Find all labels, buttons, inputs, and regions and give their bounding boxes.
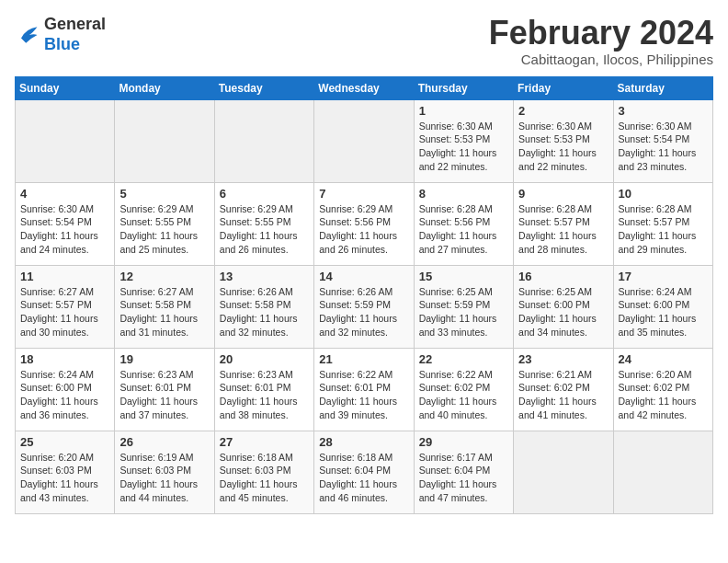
day-info: Sunrise: 6:22 AM Sunset: 6:02 PM Dayligh… xyxy=(419,368,508,422)
calendar-cell: 28Sunrise: 6:18 AM Sunset: 6:04 PM Dayli… xyxy=(314,431,414,513)
calendar-cell: 21Sunrise: 6:22 AM Sunset: 6:01 PM Dayli… xyxy=(314,348,414,431)
calendar-cell: 9Sunrise: 6:28 AM Sunset: 5:57 PM Daylig… xyxy=(514,182,613,265)
subtitle: Cabittaogan, Ilocos, Philippines xyxy=(489,52,713,67)
day-number: 11 xyxy=(20,270,109,283)
weekday-header: Monday xyxy=(115,76,214,99)
day-info: Sunrise: 6:28 AM Sunset: 5:57 PM Dayligh… xyxy=(619,202,708,257)
day-number: 8 xyxy=(419,187,508,201)
calendar-cell: 12Sunrise: 6:27 AM Sunset: 5:58 PM Dayli… xyxy=(115,265,214,348)
day-info: Sunrise: 6:28 AM Sunset: 5:56 PM Dayligh… xyxy=(419,202,508,257)
day-number: 29 xyxy=(419,435,508,449)
day-number: 24 xyxy=(619,352,708,366)
calendar-cell: 27Sunrise: 6:18 AM Sunset: 6:03 PM Dayli… xyxy=(214,431,313,513)
day-number: 13 xyxy=(220,270,309,283)
calendar-cell: 5Sunrise: 6:29 AM Sunset: 5:55 PM Daylig… xyxy=(115,182,214,265)
day-number: 16 xyxy=(518,270,608,283)
day-number: 4 xyxy=(20,187,109,201)
logo: General Blue xyxy=(15,15,106,54)
calendar-cell: 4Sunrise: 6:30 AM Sunset: 5:54 PM Daylig… xyxy=(16,182,115,265)
day-number: 2 xyxy=(518,104,608,118)
calendar-cell: 20Sunrise: 6:23 AM Sunset: 6:01 PM Dayli… xyxy=(214,348,313,431)
day-info: Sunrise: 6:29 AM Sunset: 5:55 PM Dayligh… xyxy=(220,202,309,257)
day-number: 9 xyxy=(518,187,608,201)
calendar-table: SundayMondayTuesdayWednesdayThursdayFrid… xyxy=(15,76,713,514)
weekday-header: Wednesday xyxy=(314,76,414,99)
logo-line1: General xyxy=(44,15,106,35)
day-info: Sunrise: 6:30 AM Sunset: 5:54 PM Dayligh… xyxy=(20,202,109,257)
day-number: 19 xyxy=(119,352,209,366)
day-info: Sunrise: 6:24 AM Sunset: 6:00 PM Dayligh… xyxy=(20,368,109,422)
calendar-cell: 23Sunrise: 6:21 AM Sunset: 6:02 PM Dayli… xyxy=(514,348,613,431)
calendar-week-row: 18Sunrise: 6:24 AM Sunset: 6:00 PM Dayli… xyxy=(16,348,713,431)
day-info: Sunrise: 6:30 AM Sunset: 5:54 PM Dayligh… xyxy=(619,120,708,174)
day-info: Sunrise: 6:27 AM Sunset: 5:57 PM Dayligh… xyxy=(20,285,109,339)
calendar-week-row: 4Sunrise: 6:30 AM Sunset: 5:54 PM Daylig… xyxy=(16,182,713,265)
calendar-cell: 17Sunrise: 6:24 AM Sunset: 6:00 PM Dayli… xyxy=(613,265,712,348)
logo-line2: Blue xyxy=(44,35,106,55)
page-header: General Blue February 2024 Cabittaogan, … xyxy=(15,15,713,67)
calendar-cell: 22Sunrise: 6:22 AM Sunset: 6:02 PM Dayli… xyxy=(414,348,513,431)
calendar-week-row: 11Sunrise: 6:27 AM Sunset: 5:57 PM Dayli… xyxy=(16,265,713,348)
weekday-header-row: SundayMondayTuesdayWednesdayThursdayFrid… xyxy=(16,76,713,99)
calendar-cell: 1Sunrise: 6:30 AM Sunset: 5:53 PM Daylig… xyxy=(414,99,513,182)
calendar-cell: 24Sunrise: 6:20 AM Sunset: 6:02 PM Dayli… xyxy=(613,348,712,431)
day-info: Sunrise: 6:25 AM Sunset: 5:59 PM Dayligh… xyxy=(419,285,508,339)
day-info: Sunrise: 6:20 AM Sunset: 6:03 PM Dayligh… xyxy=(20,451,109,505)
day-info: Sunrise: 6:29 AM Sunset: 5:55 PM Dayligh… xyxy=(119,202,209,257)
day-number: 25 xyxy=(20,435,109,449)
day-number: 26 xyxy=(119,435,209,449)
day-info: Sunrise: 6:30 AM Sunset: 5:53 PM Dayligh… xyxy=(518,120,608,174)
day-info: Sunrise: 6:23 AM Sunset: 6:01 PM Dayligh… xyxy=(119,368,209,422)
day-info: Sunrise: 6:26 AM Sunset: 5:58 PM Dayligh… xyxy=(220,285,309,339)
calendar-cell: 14Sunrise: 6:26 AM Sunset: 5:59 PM Dayli… xyxy=(314,265,414,348)
calendar-cell: 13Sunrise: 6:26 AM Sunset: 5:58 PM Dayli… xyxy=(214,265,313,348)
calendar-cell: 7Sunrise: 6:29 AM Sunset: 5:56 PM Daylig… xyxy=(314,182,414,265)
day-info: Sunrise: 6:29 AM Sunset: 5:56 PM Dayligh… xyxy=(319,202,408,257)
calendar-cell: 3Sunrise: 6:30 AM Sunset: 5:54 PM Daylig… xyxy=(613,99,712,182)
calendar-cell: 16Sunrise: 6:25 AM Sunset: 6:00 PM Dayli… xyxy=(514,265,613,348)
day-info: Sunrise: 6:22 AM Sunset: 6:01 PM Dayligh… xyxy=(319,368,408,422)
calendar-week-row: 25Sunrise: 6:20 AM Sunset: 6:03 PM Dayli… xyxy=(16,431,713,513)
day-number: 20 xyxy=(220,352,309,366)
day-number: 12 xyxy=(119,270,209,283)
day-number: 17 xyxy=(619,270,708,283)
day-info: Sunrise: 6:24 AM Sunset: 6:00 PM Dayligh… xyxy=(619,285,708,339)
calendar-cell: 18Sunrise: 6:24 AM Sunset: 6:00 PM Dayli… xyxy=(16,348,115,431)
calendar-cell: 26Sunrise: 6:19 AM Sunset: 6:03 PM Dayli… xyxy=(115,431,214,513)
day-number: 5 xyxy=(119,187,209,201)
day-info: Sunrise: 6:19 AM Sunset: 6:03 PM Dayligh… xyxy=(119,451,209,505)
day-number: 1 xyxy=(419,104,508,118)
day-info: Sunrise: 6:18 AM Sunset: 6:03 PM Dayligh… xyxy=(220,451,309,505)
weekday-header: Sunday xyxy=(16,76,115,99)
weekday-header: Tuesday xyxy=(214,76,313,99)
calendar-cell xyxy=(314,99,414,182)
title-block: February 2024 Cabittaogan, Ilocos, Phili… xyxy=(489,15,713,67)
day-info: Sunrise: 6:25 AM Sunset: 6:00 PM Dayligh… xyxy=(518,285,608,339)
calendar-cell: 10Sunrise: 6:28 AM Sunset: 5:57 PM Dayli… xyxy=(613,182,712,265)
day-info: Sunrise: 6:20 AM Sunset: 6:02 PM Dayligh… xyxy=(619,368,708,422)
day-number: 21 xyxy=(319,352,408,366)
calendar-header: SundayMondayTuesdayWednesdayThursdayFrid… xyxy=(16,76,713,99)
day-number: 27 xyxy=(220,435,309,449)
logo-icon xyxy=(15,22,40,48)
day-info: Sunrise: 6:27 AM Sunset: 5:58 PM Dayligh… xyxy=(119,285,209,339)
calendar-cell: 25Sunrise: 6:20 AM Sunset: 6:03 PM Dayli… xyxy=(16,431,115,513)
day-info: Sunrise: 6:26 AM Sunset: 5:59 PM Dayligh… xyxy=(319,285,408,339)
day-info: Sunrise: 6:17 AM Sunset: 6:04 PM Dayligh… xyxy=(419,451,508,505)
calendar-cell: 8Sunrise: 6:28 AM Sunset: 5:56 PM Daylig… xyxy=(414,182,513,265)
calendar-cell xyxy=(214,99,313,182)
month-title: February 2024 xyxy=(489,15,713,52)
day-info: Sunrise: 6:23 AM Sunset: 6:01 PM Dayligh… xyxy=(220,368,309,422)
calendar-cell: 11Sunrise: 6:27 AM Sunset: 5:57 PM Dayli… xyxy=(16,265,115,348)
day-info: Sunrise: 6:18 AM Sunset: 6:04 PM Dayligh… xyxy=(319,451,408,505)
day-number: 22 xyxy=(419,352,508,366)
day-number: 23 xyxy=(518,352,608,366)
day-number: 14 xyxy=(319,270,408,283)
calendar-cell: 15Sunrise: 6:25 AM Sunset: 5:59 PM Dayli… xyxy=(414,265,513,348)
day-number: 28 xyxy=(319,435,408,449)
day-number: 6 xyxy=(220,187,309,201)
calendar-cell xyxy=(115,99,214,182)
day-info: Sunrise: 6:30 AM Sunset: 5:53 PM Dayligh… xyxy=(419,120,508,174)
calendar-body: 1Sunrise: 6:30 AM Sunset: 5:53 PM Daylig… xyxy=(16,99,713,513)
day-number: 15 xyxy=(419,270,508,283)
